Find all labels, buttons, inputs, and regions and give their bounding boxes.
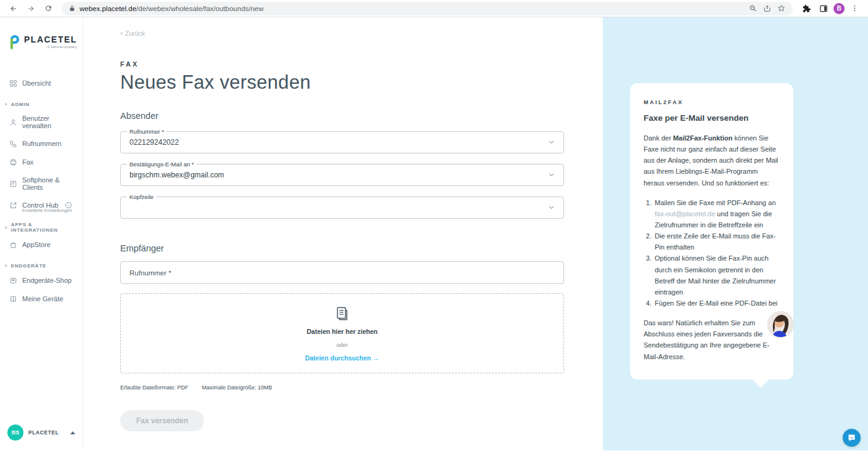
card-outro: Das wars! Natürlich erhalten Sie zum Abs… (644, 317, 780, 362)
chat-bubble-icon (847, 433, 856, 442)
field-label: Kopfzeile (127, 193, 156, 200)
chevron-right-icon: › (5, 224, 7, 230)
logo-subtext: A Gamma company (47, 45, 77, 49)
chevron-down-icon[interactable] (548, 137, 555, 148)
account-switcher[interactable]: BS PLACETEL (0, 420, 83, 445)
browser-forward-icon[interactable] (23, 1, 38, 16)
field-value: 022129242022 (129, 138, 179, 147)
softphone-icon (9, 179, 17, 188)
chevron-down-icon[interactable] (548, 169, 555, 181)
fax-icon (9, 158, 17, 166)
support-agent-avatar (768, 311, 793, 337)
page-title: Neues Fax versenden (120, 71, 603, 94)
sidebar-item-label: Meine Geräte (22, 295, 63, 303)
sidebar-item-label: Fax (22, 158, 33, 166)
sidebar-item-uebersicht[interactable]: Übersicht (0, 74, 83, 92)
sidebar-item-label: Übersicht (22, 79, 51, 87)
sidebar-item-rufnummern[interactable]: Rufnummern (0, 134, 83, 153)
rufnummer-select[interactable]: Rufnummer * 022129242022 (120, 131, 564, 153)
document-icon (334, 306, 350, 322)
chevron-right-icon: › (5, 262, 7, 269)
devices-icon (9, 295, 17, 303)
browser-toolbar: webex.placetel.de/de/webex/wholesale/fax… (0, 0, 868, 17)
account-avatar: BS (7, 425, 23, 441)
main-content: ‹ Zurück FAX Neues Fax versenden Absende… (83, 17, 603, 450)
sidebar-section-endgeraete[interactable]: › ENDGERÄTE (0, 254, 83, 271)
sidebar-item-label: Softphone & Clients (22, 176, 74, 191)
sidebar-item-label: Benutzer verwalten (22, 115, 74, 129)
sidebar-section-apps-integrationen[interactable]: › APPS & INTEGRATIONEN (0, 213, 83, 235)
info-panel: MAIL2FAX Faxe per E-Mail versenden Dank … (603, 17, 868, 450)
page-eyebrow: FAX (120, 60, 603, 68)
side-panel-icon[interactable] (816, 1, 831, 16)
allowed-formats-text: Erlaubte Dateiformate: PDF (120, 384, 189, 391)
browser-menu-kebab-icon[interactable] (847, 1, 862, 16)
field-value: birgschm.webex@gmail.com (129, 171, 224, 179)
chat-widget-button[interactable] (843, 429, 861, 447)
section-label: ENDGERÄTE (11, 263, 46, 269)
file-dropzone[interactable]: Dateien hier her ziehen oder Dateien dur… (120, 293, 564, 373)
phone-icon (9, 139, 17, 148)
section-label: ADMIN (11, 102, 30, 107)
shop-icon (9, 276, 17, 285)
section-label: APPS & INTEGRATIONEN (11, 222, 78, 233)
recipient-number-input[interactable] (120, 261, 564, 284)
card-steps-list: Mailen Sie die Faxe mit PDF-Anhang an fa… (653, 197, 780, 309)
recipient-section-title: Empfänger (120, 243, 603, 253)
sidebar-item-endgeraete-shop[interactable]: Endgeräte-Shop (0, 271, 83, 290)
browser-profile-avatar[interactable]: B (833, 3, 845, 14)
external-link-icon (9, 201, 17, 209)
browse-files-link[interactable]: Dateien durchsuchen → (305, 354, 379, 362)
account-name: PLACETEL (28, 429, 59, 436)
back-chevron-icon: ‹ (120, 30, 123, 37)
lock-icon (69, 5, 75, 12)
kopfzeile-select[interactable]: Kopfzeile (120, 197, 564, 219)
dropzone-or-text: oder (336, 341, 348, 348)
sidebar-item-label: AppStore (22, 241, 51, 248)
chevron-right-icon: › (5, 101, 7, 107)
extensions-puzzle-icon[interactable] (799, 1, 814, 16)
user-icon (9, 118, 17, 126)
sidebar-item-softphone-clients[interactable]: Softphone & Clients (0, 171, 83, 196)
bookmark-star-icon[interactable] (777, 4, 785, 12)
placetel-logo-icon (9, 35, 21, 49)
logo-wordmark: PLACETEL (24, 35, 77, 44)
card-title: Faxe per E-Mail versenden (644, 113, 780, 123)
sender-section-title: Absender (120, 111, 603, 121)
step-item: Die erste Zeile der E-Mail muss die Fax-… (653, 230, 780, 253)
back-link[interactable]: ‹ Zurück (120, 30, 145, 37)
share-icon[interactable] (763, 4, 771, 12)
sidebar: PLACETEL A Gamma company Übersicht › ADM… (0, 17, 83, 450)
max-size-text: Maximale Dateigröße: 10MB (202, 384, 272, 391)
sidebar-item-meine-geraete[interactable]: Meine Geräte (0, 290, 83, 308)
grid-icon (9, 79, 17, 87)
dropzone-text: Dateien hier her ziehen (307, 328, 378, 335)
chevron-down-icon[interactable] (548, 202, 555, 213)
shopping-bag-icon (9, 240, 17, 249)
zoom-icon[interactable] (749, 4, 757, 12)
field-label: Bestätigungs-E-Mail an * (127, 161, 197, 168)
sidebar-item-benutzer-verwalten[interactable]: Benutzer verwalten (0, 110, 83, 134)
address-bar[interactable]: webex.placetel.de/de/webex/wholesale/fax… (62, 2, 793, 15)
send-fax-button[interactable]: Fax versenden (120, 410, 204, 431)
browser-back-icon[interactable] (6, 1, 21, 16)
field-label: Rufnummer * (127, 128, 166, 135)
step-item: Optional können Sie die Fax-Pin auch dur… (653, 253, 780, 298)
sidebar-item-fax[interactable]: Fax (0, 153, 83, 171)
browser-reload-icon[interactable] (41, 1, 55, 16)
collapse-caret-icon (70, 431, 75, 434)
mail2fax-card: MAIL2FAX Faxe per E-Mail versenden Dank … (630, 83, 793, 380)
sidebar-item-label: Endgeräte-Shop (22, 277, 72, 284)
url-text: webex.placetel.de/de/webex/wholesale/fax… (80, 5, 264, 12)
sidebar-item-appstore[interactable]: AppStore (0, 235, 83, 254)
back-label: Zurück (125, 30, 145, 37)
placetel-logo[interactable]: PLACETEL A Gamma company (0, 26, 83, 49)
card-eyebrow: MAIL2FAX (644, 99, 780, 105)
step-item: Mailen Sie die Faxe mit PDF-Anhang an fa… (653, 197, 780, 230)
sidebar-item-label: Rufnummern (22, 140, 62, 147)
card-intro: Dank der Mail2Fax-Funktion können Sie Fa… (644, 132, 780, 189)
fax-out-email-link[interactable]: fax-out@placetel.de (655, 210, 715, 217)
step-item: Fügen Sie der E-Mail eine PDF-Datei bei (653, 298, 780, 309)
bestaetigungs-email-select[interactable]: Bestätigungs-E-Mail an * birgschm.webex@… (120, 164, 564, 186)
sidebar-section-admin[interactable]: › ADMIN (0, 92, 83, 110)
